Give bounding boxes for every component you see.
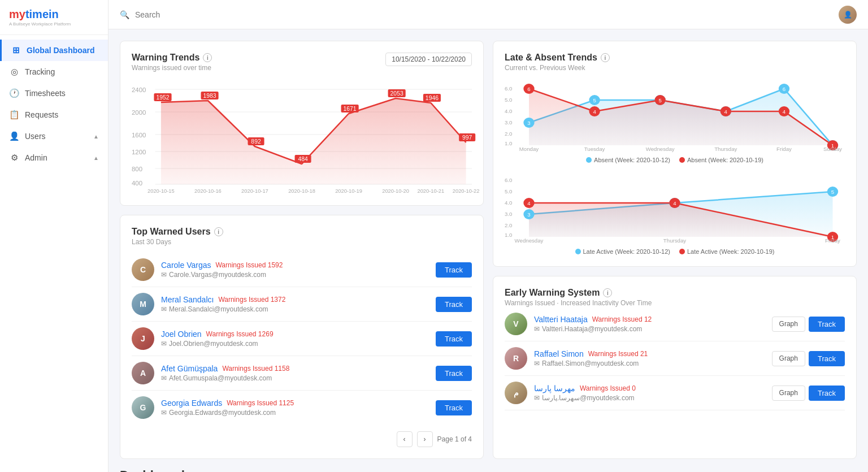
mail-icon-3: ✉ bbox=[161, 340, 167, 348]
main-area: 🔍 👤 Dashboard Warning Trends i Warnings … bbox=[108, 0, 868, 472]
svg-text:Wednesday: Wednesday bbox=[515, 238, 544, 244]
early-warning-info-icon[interactable]: i bbox=[603, 288, 612, 297]
early-warning-title: Early Warning System i bbox=[505, 288, 845, 298]
ew-user-avatar-2: R bbox=[505, 347, 527, 370]
ew-user-name-3[interactable]: مهرسا پارسا bbox=[534, 384, 575, 393]
user-name-1[interactable]: Carole Vargas bbox=[161, 261, 211, 270]
svg-text:1946: 1946 bbox=[426, 95, 439, 101]
user-avatar[interactable]: 👤 bbox=[839, 6, 857, 24]
sidebar-item-timesheets[interactable]: 🕐 Timesheets bbox=[0, 83, 108, 104]
ew-user-email-3: ✉ سهرسا.پارسا@myoutdesk.com bbox=[534, 394, 765, 402]
sidebar-label-requests: Requests bbox=[25, 110, 58, 119]
user-avatar-1: C bbox=[132, 258, 154, 281]
graph-button-2[interactable]: Graph bbox=[772, 351, 805, 366]
ew-user-name-1[interactable]: Valtteri Haataja bbox=[534, 315, 588, 324]
user-info-2: Meral Sandalcı Warnings Issued 1372 ✉ Me… bbox=[161, 295, 429, 313]
track-button-1[interactable]: Track bbox=[809, 317, 845, 332]
late-legend-dot-2 bbox=[679, 249, 685, 254]
svg-text:4: 4 bbox=[783, 109, 785, 115]
email-icon-1: ✉ bbox=[534, 325, 540, 333]
next-page-button[interactable]: › bbox=[417, 431, 433, 447]
svg-text:5: 5 bbox=[659, 98, 662, 103]
user-name-4[interactable]: Afet Gümüşpala bbox=[161, 364, 218, 373]
track-button-3[interactable]: Track bbox=[809, 386, 845, 401]
ew-user-info-1: Valtteri Haataja Warnings Issued 12 ✉ Va… bbox=[534, 315, 765, 333]
svg-text:997: 997 bbox=[462, 135, 472, 141]
user-email-5: ✉ Georgia.Edwards@myoutdesk.com bbox=[161, 409, 429, 417]
svg-text:3.0: 3.0 bbox=[505, 120, 512, 125]
sidebar-item-tracking[interactable]: ◎ Tracking bbox=[0, 61, 108, 83]
mail-icon-1: ✉ bbox=[161, 271, 167, 279]
user-avatar-3: J bbox=[132, 327, 154, 350]
sidebar-item-admin[interactable]: ⚙ Admin ▲ bbox=[0, 147, 108, 168]
user-warnings-3: Warnings Issued 1269 bbox=[206, 330, 274, 338]
sidebar-label-users: Users bbox=[25, 132, 46, 141]
search-icon: 🔍 bbox=[120, 10, 129, 19]
svg-text:Thursday: Thursday bbox=[663, 238, 687, 244]
graph-button-1[interactable]: Graph bbox=[772, 317, 805, 332]
sidebar-item-global-dashboard[interactable]: ⊞ Global Dashboard bbox=[0, 40, 108, 61]
absent-legend-item-1: Absent (Week: 2020-10-12) bbox=[586, 157, 670, 163]
ew-user-email-2: ✉ Raffael.Simon@myoutdesk.com bbox=[534, 360, 765, 367]
track-user-4[interactable]: Track bbox=[436, 366, 472, 381]
late-legend-item-1: Late Active (Week: 2020-10-12) bbox=[575, 248, 671, 255]
sidebar-item-users[interactable]: 👤 Users ▲ bbox=[0, 125, 108, 147]
track-button-2[interactable]: Track bbox=[809, 351, 845, 366]
sidebar-label-admin: Admin bbox=[25, 153, 47, 162]
svg-text:5: 5 bbox=[831, 189, 834, 195]
svg-text:Sunday: Sunday bbox=[823, 146, 842, 152]
svg-text:2053: 2053 bbox=[390, 90, 403, 97]
ew-user-info-3: مهرسا پارسا Warnings Issued 0 ✉ سهرسا.پا… bbox=[534, 384, 765, 402]
late-absent-info-icon[interactable]: i bbox=[601, 53, 610, 62]
logo-my: my bbox=[9, 8, 25, 20]
search-input[interactable] bbox=[135, 10, 833, 19]
late-absent-title: Late & Absent Trends i bbox=[505, 53, 845, 63]
sidebar: mytimein A Bullseye Workplace Platform ⊞… bbox=[0, 0, 108, 472]
sidebar-label-tracking: Tracking bbox=[25, 67, 55, 76]
graph-button-3[interactable]: Graph bbox=[772, 386, 805, 401]
svg-text:5.0: 5.0 bbox=[505, 189, 512, 194]
logo-timein: timein bbox=[25, 8, 59, 20]
right-panel: Late & Absent Trends i Current vs. Previ… bbox=[493, 41, 857, 459]
svg-text:1600: 1600 bbox=[132, 132, 146, 138]
svg-text:Thursday: Thursday bbox=[714, 146, 737, 152]
email-icon-3: ✉ bbox=[534, 394, 540, 402]
svg-text:800: 800 bbox=[132, 166, 142, 172]
prev-page-button[interactable]: ‹ bbox=[397, 431, 413, 447]
top-warned-title: Top Warned Users i bbox=[132, 227, 472, 237]
svg-text:Monday: Monday bbox=[519, 146, 539, 152]
ew-actions-2: Graph Track bbox=[772, 351, 845, 366]
mail-icon-5: ✉ bbox=[161, 409, 167, 417]
sidebar-item-requests[interactable]: 📋 Requests bbox=[0, 104, 108, 125]
track-user-2[interactable]: Track bbox=[436, 297, 472, 312]
top-warned-user-2: M Meral Sandalcı Warnings Issued 1372 ✉ … bbox=[132, 287, 472, 322]
user-info-5: Georgia Edwards Warnings Issued 1125 ✉ G… bbox=[161, 399, 429, 417]
user-name-3[interactable]: Joel Obrien bbox=[161, 330, 202, 339]
svg-text:2.0: 2.0 bbox=[505, 131, 512, 137]
svg-text:6: 6 bbox=[527, 86, 530, 92]
top-warned-user-1: C Carole Vargas Warnings Issued 1592 ✉ C… bbox=[132, 253, 472, 287]
svg-text:Friday: Friday bbox=[825, 238, 840, 244]
warning-trends-info-icon[interactable]: i bbox=[203, 53, 212, 62]
ew-user-avatar-1: V bbox=[505, 313, 527, 335]
email-icon-2: ✉ bbox=[534, 360, 540, 367]
svg-text:6.0: 6.0 bbox=[505, 86, 512, 92]
svg-text:2020-10-19: 2020-10-19 bbox=[335, 188, 362, 194]
late-absent-subtitle: Current vs. Previous Week bbox=[505, 64, 845, 72]
track-user-3[interactable]: Track bbox=[436, 331, 472, 347]
svg-text:4: 4 bbox=[527, 201, 530, 206]
svg-text:892: 892 bbox=[251, 138, 261, 145]
svg-text:2020-10-21: 2020-10-21 bbox=[417, 188, 444, 194]
pagination: ‹ › Page 1 of 4 bbox=[132, 431, 472, 447]
svg-text:4: 4 bbox=[724, 109, 727, 115]
top-warned-info-icon[interactable]: i bbox=[214, 227, 223, 236]
track-user-5[interactable]: Track bbox=[436, 400, 472, 415]
top-warned-user-3: J Joel Obrien Warnings Issued 1269 ✉ Joe… bbox=[132, 322, 472, 356]
user-name-2[interactable]: Meral Sandalcı bbox=[161, 295, 214, 304]
user-name-5[interactable]: Georgia Edwards bbox=[161, 399, 222, 408]
topbar: 🔍 👤 bbox=[108, 0, 868, 29]
date-range-picker[interactable]: 10/15/2020 - 10/22/2020 bbox=[385, 53, 472, 66]
track-user-1[interactable]: Track bbox=[436, 262, 472, 278]
ew-user-name-2[interactable]: Raffael Simon bbox=[534, 349, 584, 358]
page-title: Dashboard bbox=[120, 468, 857, 472]
